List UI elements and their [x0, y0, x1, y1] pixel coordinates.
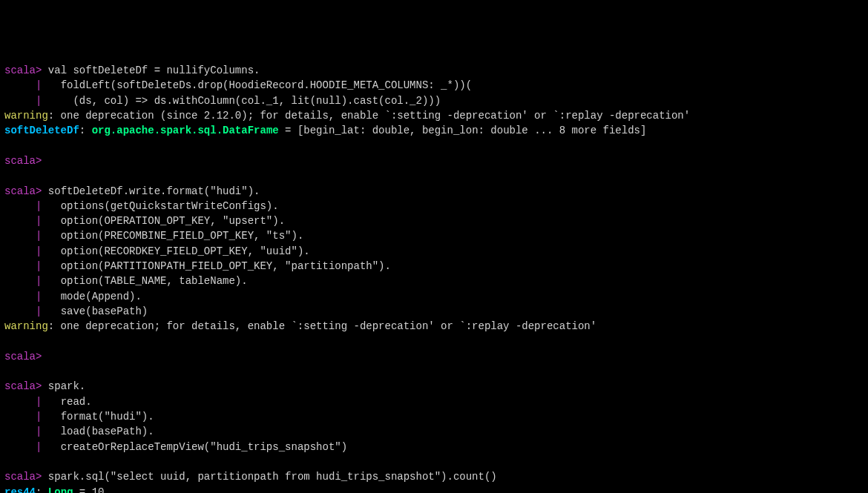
- code-line: | createOrReplaceTempView("hudi_trips_sn…: [4, 440, 864, 454]
- code-line: | read.: [4, 394, 864, 409]
- result-value: = 10: [73, 486, 104, 494]
- scala-prompt: scala>: [4, 471, 42, 483]
- continuation-pipe: |: [4, 245, 42, 257]
- empty-prompt: scala>: [4, 349, 864, 364]
- code-line: | (ds, col) => ds.withColumn(col._1, lit…: [4, 93, 864, 108]
- warning-label: warning: [4, 110, 48, 122]
- continuation-pipe: |: [4, 95, 42, 107]
- result-line: res44: Long = 10: [4, 485, 864, 494]
- code-line: | option(TABLE_NAME, tableName).: [4, 274, 864, 288]
- code-line: scala> val softDeleteDf = nullifyColumns…: [4, 63, 864, 78]
- warning-text: : one deprecation (since 2.12.0); for de…: [48, 110, 690, 122]
- scala-prompt[interactable]: scala>: [4, 155, 42, 167]
- code-text: option(RECORDKEY_FIELD_OPT_KEY, "uuid").: [42, 245, 309, 257]
- blank-line: [4, 139, 864, 153]
- continuation-pipe: |: [4, 441, 42, 453]
- type-name: org.apache.spark.sql.DataFrame: [92, 125, 279, 136]
- scala-prompt[interactable]: scala>: [4, 351, 42, 363]
- code-line: | option(OPERATION_OPT_KEY, "upsert").: [4, 214, 864, 228]
- code-text: option(PRECOMBINE_FIELD_OPT_KEY, "ts").: [42, 230, 303, 242]
- code-text: format("hudi").: [42, 411, 154, 423]
- blank-line: [4, 334, 864, 349]
- code-text: read.: [42, 396, 91, 408]
- scala-prompt: scala>: [4, 64, 42, 76]
- type-name: Long: [48, 486, 73, 494]
- scala-prompt: scala>: [4, 185, 42, 197]
- code-text: save(basePath): [42, 305, 148, 317]
- continuation-pipe: |: [4, 411, 42, 423]
- continuation-pipe: |: [4, 230, 42, 242]
- code-text: foldLeft(softDeleteDs.drop(HoodieRecord.…: [42, 79, 472, 91]
- code-text: spark.: [42, 380, 85, 392]
- warning-line: warning: one deprecation; for details, e…: [4, 319, 864, 334]
- code-line: | load(basePath).: [4, 424, 864, 439]
- code-text: option(PARTITIONPATH_FIELD_OPT_KEY, "par…: [42, 260, 390, 272]
- continuation-pipe: |: [4, 215, 42, 227]
- result-name: res44: [4, 486, 36, 494]
- warning-line: warning: one deprecation (since 2.12.0);…: [4, 108, 864, 123]
- result-line: softDeleteDf: org.apache.spark.sql.DataF…: [4, 123, 864, 138]
- empty-prompt: scala>: [4, 153, 864, 168]
- warning-label: warning: [4, 320, 48, 332]
- code-line: | option(PRECOMBINE_FIELD_OPT_KEY, "ts")…: [4, 228, 864, 243]
- continuation-pipe: |: [4, 305, 42, 317]
- code-text: load(basePath).: [42, 426, 154, 437]
- continuation-pipe: |: [4, 260, 42, 272]
- code-line: | format("hudi").: [4, 409, 864, 424]
- warning-text: : one deprecation; for details, enable `…: [48, 320, 596, 332]
- code-line: scala> softDeleteDf.write.format("hudi")…: [4, 184, 864, 199]
- colon: :: [36, 486, 48, 494]
- code-line: | mode(Append).: [4, 289, 864, 304]
- continuation-pipe: |: [4, 200, 42, 212]
- code-line: | option(PARTITIONPATH_FIELD_OPT_KEY, "p…: [4, 259, 864, 274]
- continuation-pipe: |: [4, 79, 42, 91]
- continuation-pipe: |: [4, 426, 42, 437]
- code-text: spark.sql("select uuid, partitionpath fr…: [42, 471, 496, 483]
- result-value: = [begin_lat: double, begin_lon: double …: [279, 125, 647, 136]
- code-text: mode(Append).: [42, 291, 141, 302]
- continuation-pipe: |: [4, 291, 42, 302]
- blank-line: [4, 454, 864, 469]
- scala-prompt: scala>: [4, 380, 42, 392]
- code-line: | options(getQuickstartWriteConfigs).: [4, 199, 864, 214]
- code-text: val softDeleteDf = nullifyColumns.: [42, 64, 260, 76]
- code-text: options(getQuickstartWriteConfigs).: [42, 200, 278, 212]
- code-text: option(TABLE_NAME, tableName).: [42, 275, 247, 287]
- code-text: (ds, col) => ds.withColumn(col._1, lit(n…: [42, 95, 441, 107]
- code-text: softDeleteDf.write.format("hudi").: [42, 185, 260, 197]
- code-text: option(OPERATION_OPT_KEY, "upsert").: [42, 215, 285, 227]
- code-text: createOrReplaceTempView("hudi_trips_snap…: [42, 441, 347, 453]
- code-line: | option(RECORDKEY_FIELD_OPT_KEY, "uuid"…: [4, 244, 864, 259]
- code-line: | foldLeft(softDeleteDs.drop(HoodieRecor…: [4, 78, 864, 93]
- colon: :: [79, 125, 92, 136]
- terminal-output: scala> val softDeleteDf = nullifyColumns…: [4, 63, 864, 493]
- code-line: scala> spark.sql("select uuid, partition…: [4, 469, 864, 484]
- code-line: | save(basePath): [4, 304, 864, 319]
- blank-line: [4, 364, 864, 379]
- blank-line: [4, 168, 864, 183]
- code-line: scala> spark.: [4, 379, 864, 394]
- continuation-pipe: |: [4, 396, 42, 408]
- result-name: softDeleteDf: [4, 125, 79, 136]
- continuation-pipe: |: [4, 275, 42, 287]
